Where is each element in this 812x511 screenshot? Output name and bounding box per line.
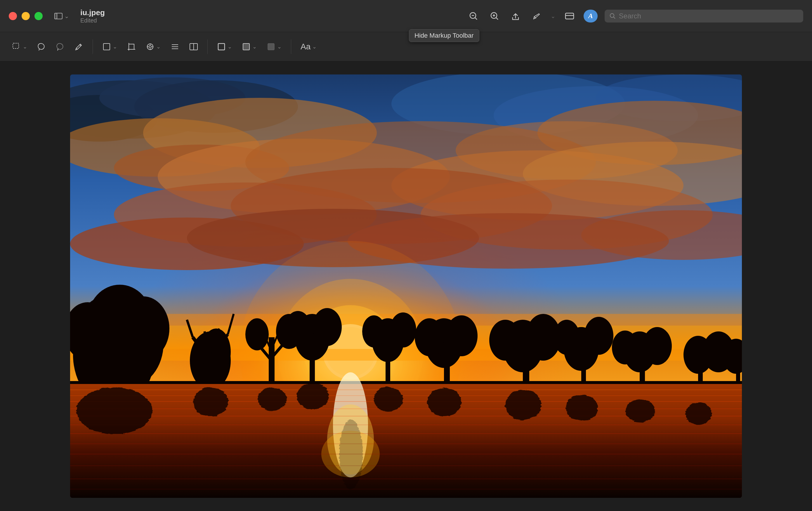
svg-point-130 — [643, 327, 672, 365]
svg-point-163 — [565, 394, 597, 420]
svg-line-16 — [76, 48, 78, 49]
align-tool[interactable] — [167, 40, 183, 54]
svg-rect-35 — [268, 43, 274, 50]
svg-point-161 — [427, 388, 461, 416]
titlebar: ⌄ iu.jpeg Edited — [0, 0, 812, 32]
tooltip-text: Hide Markup Toolbar — [414, 32, 474, 39]
svg-point-155 — [76, 387, 152, 433]
draw-chevron[interactable]: ⌄ — [551, 12, 555, 20]
svg-point-156 — [193, 387, 228, 416]
share-button[interactable] — [509, 9, 523, 23]
window-mode-button[interactable] — [562, 9, 577, 23]
svg-point-101 — [285, 311, 311, 346]
svg-line-4 — [475, 18, 477, 20]
svg-point-108 — [390, 312, 416, 348]
svg-point-157 — [257, 387, 286, 410]
sunset-image — [70, 74, 742, 498]
shape-insert-tool[interactable]: ⌄ — [99, 40, 121, 54]
shape-fill-tool[interactable]: ⌄ — [238, 40, 260, 54]
svg-point-159 — [339, 419, 362, 489]
text-tool[interactable]: Aa ⌄ — [297, 40, 320, 54]
file-info: iu.jpeg Edited — [80, 8, 105, 24]
svg-rect-15 — [13, 43, 19, 49]
svg-rect-1 — [55, 13, 57, 19]
zoom-out-button[interactable] — [466, 9, 481, 23]
svg-point-102 — [313, 308, 342, 346]
maximize-button[interactable] — [34, 12, 42, 20]
border-style-tool[interactable]: ⌄ — [213, 40, 235, 54]
draw-button[interactable] — [529, 9, 544, 23]
search-icon — [609, 12, 616, 20]
svg-point-125 — [553, 320, 580, 355]
zoom-in-button[interactable] — [488, 9, 501, 23]
svg-point-158 — [296, 383, 328, 409]
main-content — [0, 61, 812, 511]
svg-point-126 — [584, 317, 613, 355]
svg-rect-33 — [218, 43, 225, 50]
rectangle-select-tool[interactable]: ⌄ — [9, 40, 31, 53]
titlebar-actions: ⌄ A — [466, 9, 803, 23]
svg-point-76 — [88, 285, 152, 355]
close-button[interactable] — [9, 12, 17, 20]
svg-point-27 — [149, 46, 151, 48]
traffic-lights — [9, 12, 42, 20]
svg-point-165 — [685, 402, 711, 424]
color-fill-tool[interactable]: ⌄ — [263, 40, 285, 54]
svg-line-14 — [614, 17, 615, 19]
svg-rect-11 — [566, 13, 574, 19]
svg-point-107 — [362, 315, 385, 348]
crop-tool[interactable] — [123, 40, 139, 54]
search-bar[interactable] — [605, 10, 803, 23]
annotation-button[interactable]: A — [584, 10, 598, 23]
svg-rect-19 — [129, 44, 134, 49]
smart-lasso-tool[interactable] — [52, 40, 68, 54]
svg-rect-34 — [243, 43, 250, 50]
lasso-select-tool[interactable] — [34, 40, 49, 54]
sketch-tool[interactable] — [71, 40, 87, 54]
file-status: Edited — [80, 17, 105, 24]
svg-point-93 — [245, 318, 269, 351]
svg-point-162 — [505, 389, 541, 420]
markup-toolbar: ⌄ ⌄ — [0, 32, 812, 61]
svg-point-111 — [415, 318, 444, 356]
annotation-label: A — [588, 12, 593, 20]
svg-point-160 — [373, 386, 403, 411]
svg-point-13 — [610, 13, 614, 17]
text-tool-label: Aa — [300, 42, 311, 51]
split-view-tool[interactable] — [186, 40, 202, 54]
svg-point-164 — [625, 398, 654, 422]
tooltip: Hide Markup Toolbar — [409, 29, 479, 42]
minimize-button[interactable] — [22, 12, 30, 20]
toolbar-divider-3 — [291, 39, 291, 54]
svg-line-8 — [496, 18, 498, 20]
adjust-tool[interactable]: ⌄ — [142, 40, 164, 54]
svg-rect-18 — [104, 43, 110, 50]
image-canvas — [70, 74, 742, 498]
search-input[interactable] — [619, 12, 799, 20]
file-name: iu.jpeg — [80, 8, 105, 17]
toolbar-divider-2 — [207, 39, 208, 54]
window-toggle-button[interactable]: ⌄ — [51, 11, 72, 21]
